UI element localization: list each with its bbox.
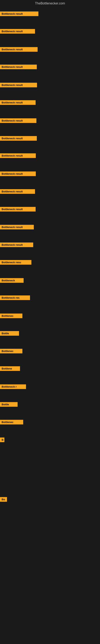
bottleneck-result-badge[interactable]: Bottlenec — [0, 420, 23, 424]
bottleneck-result-badge[interactable]: Bottleneck result — [0, 153, 36, 158]
bottleneck-result-badge[interactable]: Bottleneck result — [0, 118, 36, 123]
bottleneck-result-badge[interactable]: Bottleneck result — [0, 172, 36, 176]
bottleneck-result-badge[interactable]: Bottleneck result — [0, 136, 37, 141]
bottleneck-result-badge[interactable]: Bottleneck resu — [0, 260, 31, 265]
bottleneck-result-badge[interactable]: Bottleneck result — [0, 207, 36, 212]
bottleneck-result-badge[interactable]: Bottleneck result — [0, 83, 37, 87]
bottleneck-result-badge[interactable]: Bottleneck r — [0, 384, 26, 389]
bottleneck-result-badge[interactable]: Bottlenec — [0, 349, 22, 354]
bottleneck-result-badge[interactable]: Bottlenec — [0, 314, 22, 318]
bottleneck-result-badge[interactable]: Bottleneck result — [0, 225, 34, 230]
bottleneck-result-badge[interactable]: Bo — [0, 497, 7, 502]
bottleneck-result-badge[interactable]: Bottleneck result — [0, 29, 35, 34]
bottleneck-result-badge[interactable]: B — [0, 438, 4, 442]
bottleneck-result-badge[interactable]: Bottleneck result — [0, 12, 38, 16]
bottleneck-result-badge[interactable]: Bottleneck result — [0, 47, 38, 52]
bottleneck-result-badge[interactable]: Bottleneck — [0, 278, 24, 283]
bottleneck-result-badge[interactable]: Bottle — [0, 402, 18, 407]
bottleneck-result-badge[interactable]: Bottleneck result — [0, 242, 33, 247]
site-title: TheBottlenecker.com — [0, 0, 100, 7]
bottleneck-result-badge[interactable]: Bottle — [0, 331, 19, 336]
bottleneck-result-badge[interactable]: Bottleneck result — [0, 100, 36, 105]
bottleneck-result-badge[interactable]: Bottleneck result — [0, 64, 37, 69]
bottleneck-result-badge[interactable]: Bottleneck result — [0, 189, 35, 194]
bottleneck-result-badge[interactable]: Bottleneck res — [0, 296, 30, 300]
bottleneck-result-badge[interactable]: Bottlene — [0, 366, 20, 371]
